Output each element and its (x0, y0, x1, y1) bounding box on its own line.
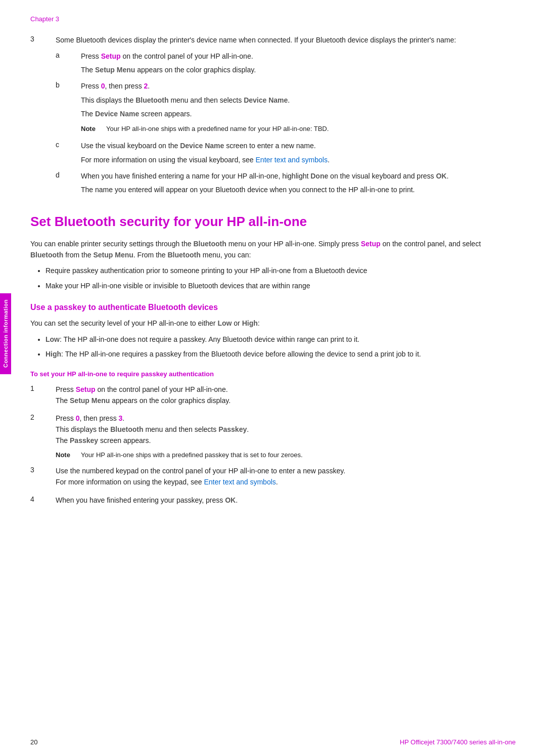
step-3c-line1: Use the visual keyboard on the Device Na… (81, 141, 516, 152)
subsubsection-heading: To set your HP all-in-one to require pas… (30, 369, 516, 379)
passkey-intro: You can set the security level of your H… (30, 318, 516, 329)
passkey-step-1-line2: The Setup Menu appears on the color grap… (56, 395, 516, 407)
passkey-step-2-line2: This displays the Bluetooth menu and the… (56, 424, 516, 435)
step-3-number: 3 (30, 35, 56, 199)
enter-text-link-2[interactable]: Enter text and symbols (204, 478, 276, 486)
bluetooth-bullet-2: Make your HP all-in-one visible or invis… (46, 281, 516, 292)
subsection-heading-passkey: Use a passkey to authenticate Bluetooth … (30, 303, 516, 312)
step-3d-letter: d (56, 171, 81, 196)
passkey-highlight-2: Passkey (70, 436, 98, 444)
step-3d: d When you have finished entering a name… (56, 171, 516, 196)
ok-highlight-1: OK (436, 172, 446, 180)
two-highlight: 2 (144, 82, 148, 90)
passkey-step-1-line1: Press Setup on the control panel of your… (56, 384, 516, 395)
setup-highlight-3: Setup (76, 385, 96, 393)
bluetooth-highlight-1: Bluetooth (135, 96, 168, 104)
footer-page-number: 20 (30, 738, 37, 746)
step-3a-line2: The Setup Menu appears on the color grap… (81, 65, 516, 76)
step-3-content: Some Bluetooth devices display the print… (56, 35, 516, 199)
passkey-step-3-line1: Use the numbered keypad on the control p… (56, 466, 516, 477)
step-3c-line2: For more information on using the visual… (81, 155, 516, 166)
footer: 20 HP Officejet 7300/7400 series all-in-… (30, 738, 516, 746)
done-highlight: Done (310, 172, 328, 180)
step-3c: c Use the visual keyboard on the Device … (56, 141, 516, 165)
note-2-content: Your HP all-in-one ships with a predefin… (81, 451, 516, 459)
bluetooth-bullet-1: Require passkey authentication prior to … (46, 265, 516, 277)
setup-highlight-1: Setup (101, 52, 121, 60)
passkey-step-4-number: 4 (30, 495, 56, 506)
setup-highlight-2: Setup (361, 240, 381, 248)
bluetooth-intro: You can enable printer security settings… (30, 239, 516, 260)
passkey-step-3-number: 3 (30, 466, 56, 487)
setup-menu-highlight-3: Setup Menu (70, 396, 110, 405)
zero-highlight-2: 0 (76, 414, 80, 422)
note-2-label: Note (56, 451, 81, 459)
step-3b-line3: The Device Name screen appears. (81, 109, 516, 120)
passkey-step-1-number: 1 (30, 384, 56, 406)
passkey-bullet-high: High: The HP all-in-one requires a passk… (46, 349, 516, 360)
section-heading-bluetooth: Set Bluetooth security for your HP all-i… (30, 214, 516, 230)
note-2: Note Your HP all-in-one ships with a pre… (56, 451, 516, 459)
step-3b-line2: This displays the Bluetooth menu and the… (81, 95, 516, 106)
step-3b-content: Press 0, then press 2. This displays the… (81, 81, 516, 136)
bluetooth-highlight-5: Bluetooth (110, 425, 143, 433)
step-3a-letter: a (56, 51, 81, 76)
ok-highlight-2: OK (225, 496, 236, 504)
setup-menu-highlight-1: Setup Menu (95, 66, 135, 74)
step-3b-line1: Press 0, then press 2. (81, 81, 516, 92)
passkey-step-4: 4 When you have finished entering your p… (30, 495, 516, 506)
chapter-header: Chapter 3 (30, 15, 516, 23)
passkey-step-1-content: Press Setup on the control panel of your… (56, 384, 516, 406)
low-label: Low (46, 335, 60, 343)
step-3d-content: When you have finished entering a name f… (81, 171, 516, 196)
setup-menu-highlight-2: Setup Menu (93, 251, 133, 259)
note-1-content: Your HP all-in-one ships with a predefin… (106, 125, 516, 132)
passkey-step-2: 2 Press 0, then press 3. This displays t… (30, 413, 516, 459)
passkey-step-2-number: 2 (30, 413, 56, 459)
step-3a-line1: Press Setup on the control panel of your… (81, 51, 516, 62)
step-3b-letter: b (56, 81, 81, 136)
step-3-text: Some Bluetooth devices display the print… (56, 35, 516, 46)
passkey-step-2-line3: The Passkey screen appears. (56, 435, 516, 447)
passkey-step-4-line1: When you have finished entering your pas… (56, 495, 516, 506)
passkey-step-3: 3 Use the numbered keypad on the control… (30, 466, 516, 487)
note-1: Note Your HP all-in-one ships with a pre… (81, 125, 516, 132)
enter-text-link-1[interactable]: Enter text and symbols (256, 156, 328, 164)
high-label: High (46, 350, 61, 358)
side-tab: Connection information (0, 293, 11, 374)
passkey-bullet-list: Low: The HP all-in-one does not require … (46, 334, 516, 360)
side-tab-label: Connection information (3, 299, 9, 368)
footer-product-name: HP Officejet 7300/7400 series all-in-one (400, 738, 516, 746)
low-highlight-1: Low (217, 319, 232, 327)
step-3: 3 Some Bluetooth devices display the pri… (30, 35, 516, 199)
device-name-highlight-3: Device Name (180, 142, 224, 150)
bluetooth-highlight-3: Bluetooth (30, 251, 63, 259)
step-3b: b Press 0, then press 2. This displays t… (56, 81, 516, 136)
high-highlight-1: High (242, 319, 258, 327)
step-3c-content: Use the visual keyboard on the Device Na… (81, 141, 516, 165)
passkey-step-2-content: Press 0, then press 3. This displays the… (56, 413, 516, 459)
step-3c-letter: c (56, 141, 81, 165)
step-3d-line1: When you have finished entering a name f… (81, 171, 516, 182)
passkey-step-3-line2: For more information on using the keypad… (56, 477, 516, 488)
note-1-label: Note (81, 125, 106, 132)
page-container: Connection information Chapter 3 3 Some … (0, 0, 546, 756)
device-name-highlight-1: Device Name (244, 96, 288, 104)
bluetooth-bullet-list: Require passkey authentication prior to … (46, 265, 516, 291)
step-3a: a Press Setup on the control panel of yo… (56, 51, 516, 76)
passkey-highlight-1: Passkey (218, 425, 247, 433)
bluetooth-highlight-2: Bluetooth (193, 240, 226, 248)
zero-highlight-1: 0 (101, 82, 105, 90)
step-3a-content: Press Setup on the control panel of your… (81, 51, 516, 76)
passkey-step-4-content: When you have finished entering your pas… (56, 495, 516, 506)
passkey-step-3-content: Use the numbered keypad on the control p… (56, 466, 516, 487)
bluetooth-highlight-4: Bluetooth (168, 251, 201, 259)
device-name-highlight-2: Device Name (95, 110, 139, 118)
three-highlight: 3 (119, 414, 123, 422)
passkey-step-1: 1 Press Setup on the control panel of yo… (30, 384, 516, 406)
passkey-bullet-low: Low: The HP all-in-one does not require … (46, 334, 516, 345)
passkey-step-2-line1: Press 0, then press 3. (56, 413, 516, 424)
step-3d-line2: The name you entered will appear on your… (81, 185, 516, 196)
main-content: Chapter 3 3 Some Bluetooth devices displ… (30, 0, 516, 544)
